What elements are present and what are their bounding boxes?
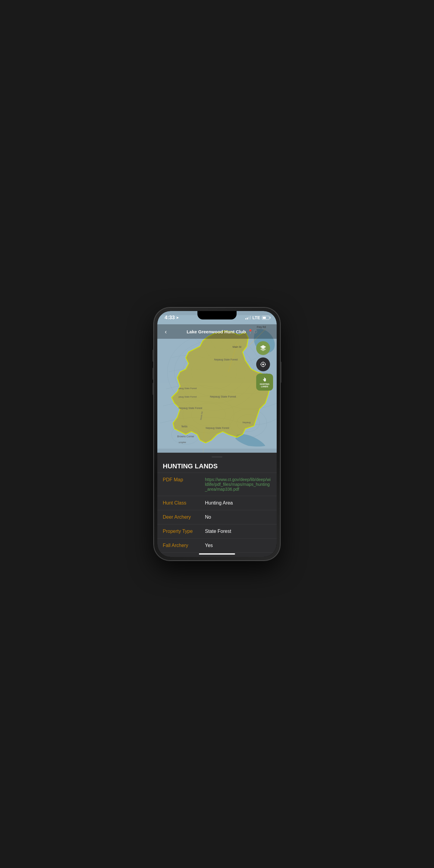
signal-bar-3 [248,317,249,319]
svg-text:Nepaug: Nepaug [243,421,250,424]
map-controls: HUNTINGLANDS [256,341,273,391]
phone-inner: 4:33 ➤ LTE [157,311,277,557]
deer-archery-value: No [205,515,271,520]
hand-icon [261,377,268,383]
info-row-hunt-class: Hunt Class Hunting Area [157,496,277,510]
svg-text:paug State Forest: paug State Forest [179,387,197,390]
map-section[interactable]: Frey Rd Main St Nepaug State Forest Nepa… [157,311,277,453]
svg-text:Nepaug State Forest: Nepaug State Forest [214,358,238,361]
fall-archery-label: Fall Archery [163,543,205,548]
layers-icon [259,344,267,352]
signal-bar-1 [245,318,246,319]
info-row-deer-archery: Deer Archery No [157,510,277,524]
pin-icon: 📍 [248,329,253,334]
svg-marker-30 [260,347,266,351]
battery-body [262,316,270,320]
svg-text:Nepaug State Forest: Nepaug State Forest [179,407,203,410]
property-type-value: State Forest [205,529,271,534]
info-row-pdf-map: PDF Map https://www.ct.gov/deep/lib/deep… [157,472,277,496]
svg-text:Main St: Main St [233,345,241,348]
property-type-label: Property Type [163,529,205,534]
battery-indicator [262,316,270,320]
screen: 4:33 ➤ LTE [157,311,277,557]
info-panel-title: HUNTING LANDS [157,459,277,472]
info-row-property-type: Property Type State Forest [157,524,277,538]
signal-indicator [245,316,251,319]
hunt-class-label: Hunt Class [163,500,205,506]
fall-archery-value: Yes [205,543,271,548]
title-icons: 📍 ⬡ [248,329,257,334]
notch [197,311,237,319]
locate-icon [260,361,267,368]
pdf-map-label: PDF Map [163,477,205,483]
svg-text:urnpike: urnpike [179,441,186,444]
info-panel[interactable]: HUNTING LANDS PDF Map https://www.ct.gov… [157,459,277,557]
svg-text:Browns Corner: Browns Corner [177,435,194,438]
map-title-text: Lake Greenwood Hunt Club [187,329,246,334]
map-header: ‹ Lake Greenwood Hunt Club 📍 ⬡ [157,324,277,339]
info-row-fall-archery: Fall Archery Yes [157,538,277,553]
panel-handle-container [157,453,277,459]
svg-text:fields: fields [181,425,187,428]
location-arrow-icon: ➤ [176,316,179,320]
time-display: 4:33 [164,315,175,321]
svg-text:paug State Forest: paug State Forest [179,396,197,398]
hunting-lands-button[interactable]: HUNTINGLANDS [256,374,273,391]
battery-fill [263,317,266,319]
locate-button[interactable] [256,358,270,371]
svg-point-32 [262,364,264,365]
status-time: 4:33 ➤ [164,315,179,321]
network-type: LTE [253,315,260,320]
drag-handle[interactable] [212,456,222,458]
signal-bar-2 [247,318,248,319]
home-indicator[interactable] [199,553,235,555]
phone-frame: 4:33 ➤ LTE [154,307,280,561]
layers-button[interactable] [256,341,270,355]
map-title: Lake Greenwood Hunt Club 📍 ⬡ [170,329,273,334]
svg-text:Nepaug State Forest: Nepaug State Forest [206,427,229,430]
status-right: LTE [245,315,270,320]
back-button[interactable]: ‹ [161,327,170,336]
svg-text:Nepaug State Forest: Nepaug State Forest [210,395,236,398]
signal-bar-4 [250,316,251,319]
share-icon: ⬡ [253,329,257,334]
hunting-lands-label: HUNTINGLANDS [260,383,270,388]
hunt-class-value: Hunting Area [205,500,271,506]
deer-archery-label: Deer Archery [163,515,205,520]
pdf-map-value[interactable]: https://www.ct.gov/deep/lib/deep/wildlif… [205,477,271,492]
back-arrow-icon: ‹ [165,328,167,335]
